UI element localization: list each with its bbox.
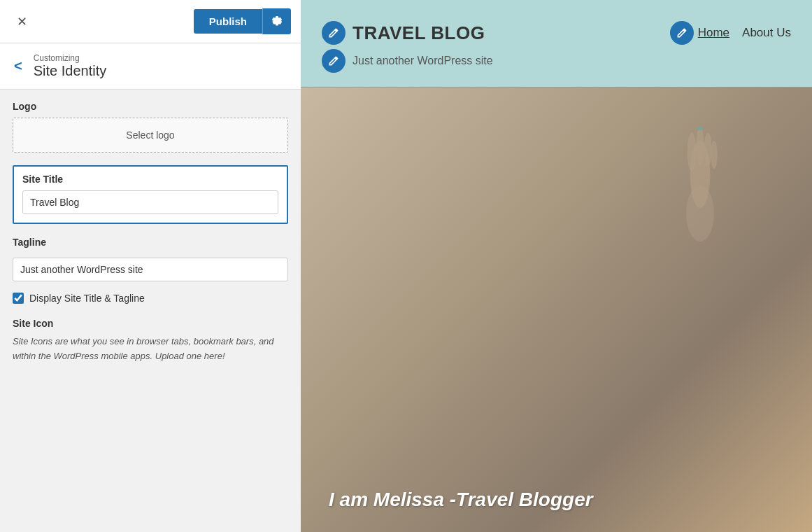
site-title-row: TRAVEL BLOG	[322, 21, 493, 45]
preview-header: TRAVEL BLOG Just another WordPress site …	[301, 0, 812, 88]
svg-point-3	[696, 127, 704, 166]
svg-point-5	[711, 141, 718, 169]
preview-site-title-text: TRAVEL BLOG	[352, 22, 485, 44]
settings-button[interactable]	[262, 8, 291, 34]
preview-nav: Home About Us	[670, 21, 791, 45]
svg-point-2	[688, 132, 697, 172]
site-icon-description: Site Icons are what you see in browser t…	[13, 335, 288, 364]
gear-icon	[271, 15, 283, 26]
tagline-label: Tagline	[13, 237, 288, 248]
edit-site-title-button[interactable]	[322, 21, 346, 45]
pencil-icon-2	[328, 55, 339, 66]
nav-link-about[interactable]: About Us	[742, 26, 791, 40]
logo-section: Logo Select logo	[13, 101, 288, 153]
preview-tagline-text: Just another WordPress site	[352, 55, 493, 67]
preview-panel: TRAVEL BLOG Just another WordPress site …	[301, 0, 812, 532]
edit-nav-button[interactable]	[670, 21, 694, 45]
display-checkbox[interactable]	[13, 293, 24, 304]
hand-decoration	[658, 102, 742, 241]
customizer-panel: ✕ Publish < Customizing Site Identity Lo…	[0, 0, 301, 532]
select-logo-button[interactable]: Select logo	[13, 118, 288, 153]
logo-label: Logo	[13, 101, 288, 112]
display-checkbox-label[interactable]: Display Site Title & Tagline	[29, 293, 145, 304]
site-icon-section: Site Icon Site Icons are what you see in…	[13, 318, 288, 364]
tagline-row: Just another WordPress site	[322, 49, 493, 73]
nav-links: Home About Us	[698, 26, 791, 40]
panel-content: Logo Select logo Site Title Tagline Disp…	[0, 90, 301, 532]
top-bar: ✕ Publish	[0, 0, 301, 43]
site-title-label: Site Title	[22, 174, 278, 185]
panel-header: < Customizing Site Identity	[0, 43, 301, 90]
pencil-icon	[328, 27, 339, 38]
publish-area: Publish	[194, 8, 291, 34]
site-title-input[interactable]	[22, 190, 278, 214]
tagline-section: Tagline	[13, 237, 288, 281]
header-text: Customizing Site Identity	[34, 53, 107, 79]
close-button[interactable]: ✕	[10, 11, 34, 32]
tagline-input[interactable]	[13, 258, 288, 281]
site-title-preview: TRAVEL BLOG Just another WordPress site	[322, 21, 493, 73]
svg-point-4	[704, 132, 712, 166]
hero-area: I am Melissa -Travel Blogger	[301, 88, 812, 532]
svg-point-6	[697, 127, 703, 130]
site-icon-label: Site Icon	[13, 318, 288, 329]
display-checkbox-row: Display Site Title & Tagline	[13, 293, 288, 304]
customizing-label: Customizing	[34, 53, 107, 63]
publish-button[interactable]: Publish	[194, 9, 262, 34]
nav-link-home[interactable]: Home	[698, 26, 729, 40]
edit-tagline-button[interactable]	[322, 49, 346, 73]
site-title-section: Site Title	[13, 165, 288, 224]
back-button[interactable]: <	[10, 57, 27, 76]
hero-text: I am Melissa -Travel Blogger	[329, 489, 593, 511]
pencil-icon-3	[676, 27, 688, 38]
section-title: Site Identity	[34, 63, 107, 79]
